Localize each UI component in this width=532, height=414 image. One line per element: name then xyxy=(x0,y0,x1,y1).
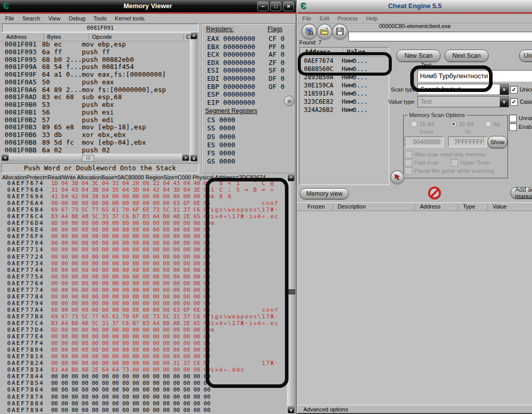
address-table-body[interactable] xyxy=(298,211,532,405)
hexview-dump[interactable]: 0AEF76741D 04 38 04 3C 04 31 04 20 00 22… xyxy=(0,180,286,413)
menu-item-debug[interactable]: Debug xyxy=(64,14,89,22)
scan-from-input[interactable] xyxy=(405,136,444,147)
disasm-address-bar[interactable]: 0081F091 xyxy=(2,24,198,32)
hex-row[interactable]: 0AEF781400 00 00 00 00 00 00 00 00 00 00… xyxy=(0,353,286,360)
maximize-icon[interactable]: □ xyxy=(270,2,281,11)
hex-row[interactable]: 0AEF77A400 00 00 00 00 00 00 00 00 00 00… xyxy=(0,307,286,313)
hex-row[interactable]: 0AEF776400 00 00 00 00 00 00 00 00 00 00… xyxy=(0,280,286,287)
hex-row[interactable]: 0AEF77D46D 00 00 00 00 00 00 00 00 00 00… xyxy=(0,327,286,333)
found-list-header[interactable]: Address Value xyxy=(300,48,389,57)
disasm-row[interactable]: 0081F0B389 65 e8mov [ebp-18],esp xyxy=(1,124,190,131)
menu-item-view[interactable]: View xyxy=(45,14,65,22)
address-table-header[interactable]: Frozen Description Address Type Value xyxy=(297,202,532,212)
hex-row[interactable]: 0AEF76741D 04 38 04 3C 04 31 04 20 00 22… xyxy=(0,180,286,187)
hex-row[interactable]: 0AEF77C4B3 A4 B8 AB 5C 31 37 C6 B7 B3 A4… xyxy=(0,320,286,327)
hex-row[interactable]: 0AEF784400 00 00 00 00 00 00 00 00 00 00… xyxy=(0,373,286,380)
hex-row[interactable]: 0AEF789400 00 00 00 00 00 00 00 00 00 00… xyxy=(0,407,286,413)
disasm-vertical-scrollbar[interactable]: ^ v xyxy=(190,32,198,162)
disasm-row[interactable]: 0081F0B889 5d fcmov [ebp-04],ebx xyxy=(1,139,190,147)
hex-row[interactable]: 0AEF774400 00 00 00 00 00 00 00 00 00 00… xyxy=(0,267,286,273)
hex-row[interactable]: 0AEF773400 00 00 00 00 00 00 00 00 00 00… xyxy=(0,260,286,267)
disasm-row[interactable]: 0081F0936a ffpush ff xyxy=(1,49,190,56)
menu-item-help[interactable]: Help xyxy=(362,14,382,22)
hex-row[interactable]: 0AEF775400 00 00 00 00 00 00 00 00 00 00… xyxy=(0,273,286,280)
unrandomizer-checkbox[interactable]: Unrandomizer xyxy=(509,114,532,122)
hex-row[interactable]: 0AEF777400 00 00 00 00 00 00 00 00 00 00… xyxy=(0,287,286,293)
hex-row[interactable]: 0AEF788400 00 00 00 00 00 00 00 00 00 00… xyxy=(0,400,286,407)
scan-value-input[interactable] xyxy=(417,70,532,82)
disasm-row[interactable]: 0081F0BB6a 02push 02 xyxy=(1,147,190,154)
disasm-row[interactable]: 0081F0B053push ebx xyxy=(1,101,190,109)
expand-registers-button[interactable]: > xyxy=(284,96,295,106)
disasm-horizontal-scrollbar[interactable]: < > xyxy=(1,154,190,162)
disasm-row[interactable]: 0081F09A68 54 f...push 0081f454 xyxy=(1,63,190,71)
disasm-row[interactable]: 0081F0AD83 ec 68sub esp,68 xyxy=(1,94,190,101)
menu-item-tools[interactable]: Tools xyxy=(90,14,111,22)
cheat-engine-titlebar[interactable]: Є Cheat Engine 5.5 xyxy=(297,0,532,12)
scroll-down-icon[interactable]: v xyxy=(287,406,295,413)
hex-row[interactable]: 0AEF76E400 00 00 00 00 00 00 00 00 00 00… xyxy=(0,226,286,233)
advanced-options-bar[interactable]: Advanced options xyxy=(297,405,532,414)
minimize-icon[interactable]: – xyxy=(257,2,269,11)
disasm-row[interactable]: 0081F0B633 dbxor ebx,ebx xyxy=(1,131,190,139)
menu-item-search[interactable]: Search xyxy=(18,14,45,22)
scan-type-dropdown[interactable]: Search for text v xyxy=(417,84,509,95)
scroll-right-icon[interactable]: > xyxy=(182,154,189,161)
found-row[interactable]: 324A26B2Нимб... xyxy=(300,106,389,114)
scrollbar-thumb[interactable] xyxy=(82,155,94,162)
menu-item-file[interactable]: File xyxy=(298,14,316,22)
hex-row[interactable]: 0AEF76D46D 00 00 00 00 00 00 00 00 00 00… xyxy=(0,220,286,226)
hex-row[interactable]: 0AEF772400 00 00 00 00 00 00 00 00 00 00… xyxy=(0,254,286,260)
memory-view-button[interactable]: Memory view xyxy=(300,188,349,199)
disasm-row[interactable]: 0081F0B257push edi xyxy=(1,117,190,124)
scroll-up-icon[interactable]: ^ xyxy=(287,174,295,181)
hex-row[interactable]: 0AEF782400 00 00 00 00 00 00 00 00 00 00… xyxy=(0,360,286,366)
found-row[interactable]: 318591FAНимб... xyxy=(300,89,389,98)
add-address-button[interactable]: Add address manually xyxy=(511,187,532,199)
enable-speedhack-checkbox[interactable]: Enable Speedhack xyxy=(509,123,532,131)
close-icon[interactable]: × xyxy=(283,2,294,11)
hex-row[interactable]: 0AEF76A400 00 00 00 00 00 00 00 00 00 00… xyxy=(0,200,286,206)
hex-row[interactable]: 0AEF77F400 00 00 00 00 00 00 00 00 00 00… xyxy=(0,340,286,347)
hex-row[interactable]: 0AEF77B469 67 73 5C 77 65 61 70 6F 6E 73… xyxy=(0,313,286,320)
undo-scan-button[interactable]: Undo scan xyxy=(519,50,532,62)
hex-row[interactable]: 0AEF76F400 00 00 00 00 00 00 00 00 00 00… xyxy=(0,233,286,240)
disasm-row[interactable]: 0081F0918b ecmov ebp,esp xyxy=(1,41,190,49)
menu-item-edit[interactable]: Edit xyxy=(316,14,334,22)
hex-row[interactable]: 0AEF787400 00 00 00 00 00 00 00 00 00 00… xyxy=(0,394,286,400)
disasm-row[interactable]: 0081F0A550push eax xyxy=(1,79,190,86)
scroll-left-icon[interactable]: < xyxy=(2,154,9,161)
hex-row[interactable]: 0AEF76B469 67 73 5C 77 65 61 70 6F 6E 73… xyxy=(0,206,286,213)
memory-viewer-titlebar[interactable]: Є Memory Viewer – □ × xyxy=(0,0,296,12)
hexview-vertical-scrollbar[interactable]: ^ v xyxy=(287,174,295,414)
menu-item-file[interactable]: File xyxy=(1,14,18,22)
hex-row[interactable]: 0AEF7834B3 A4 B8 AB 2E 64 64 73 00 00 00… xyxy=(0,366,286,373)
menu-item-kernel-tools[interactable]: Kernel tools xyxy=(110,14,148,22)
hex-row[interactable]: 0AEF778400 00 00 00 00 00 00 00 00 00 00… xyxy=(0,293,286,300)
hex-row[interactable]: 0AEF77E400 00 00 00 00 00 00 00 00 00 00… xyxy=(0,333,286,340)
disasm-row[interactable]: 0081F0A664 89 2...mov fs:[00000000],esp xyxy=(1,86,190,94)
hex-row[interactable]: 0AEF769441 04 42 04 38 04 00 00 00 00 00… xyxy=(0,193,286,200)
case-sensitive-checkbox[interactable]: ✓ Case sensitive xyxy=(510,98,532,106)
disasm-row[interactable]: 0081F09568 b0 2...push 00882eb0 xyxy=(1,56,190,64)
hex-row[interactable]: 0AEF785400 00 00 00 00 00 00 00 00 00 00… xyxy=(0,380,286,386)
next-scan-button[interactable]: Next Scan xyxy=(445,50,489,62)
scroll-up-icon[interactable]: ^ xyxy=(190,33,197,39)
hex-row[interactable]: 0AEF771400 00 00 00 00 00 00 00 00 00 00… xyxy=(0,246,286,253)
scan-to-input[interactable] xyxy=(448,136,487,147)
hex-row[interactable]: 0AEF780400 00 00 00 00 00 00 00 00 00 00… xyxy=(0,347,286,353)
new-scan-button[interactable]: New Scan xyxy=(396,50,440,62)
disasm-row[interactable]: 0081F09F64 a1 0...mov eax,fs:[00000000] xyxy=(1,71,190,79)
unicode-checkbox[interactable]: ✓ Unicode xyxy=(510,86,532,94)
menu-item-process[interactable]: Process xyxy=(334,14,362,22)
show-button[interactable]: Show xyxy=(487,136,507,148)
hex-row[interactable]: 0AEF786400 00 00 00 00 00 00 00 00 00 00… xyxy=(0,386,286,393)
chevron-down-icon[interactable]: v xyxy=(500,84,508,95)
hex-row[interactable]: 0AEF768431 04 43 04 3B 04 35 04 3D 04 42… xyxy=(0,187,286,193)
found-row[interactable]: 323C6E82Нимб... xyxy=(300,98,389,106)
pointer-scan-button[interactable] xyxy=(390,170,404,184)
hex-row[interactable]: 0AEF770400 00 00 00 00 00 00 00 00 00 00… xyxy=(0,240,286,246)
scrollbar-thumb[interactable] xyxy=(288,289,295,294)
disasm-row[interactable]: 0081F0B156push esi xyxy=(1,109,190,117)
found-address-list[interactable]: Address Value 0AEF7674Нимб...0B88560CНим… xyxy=(299,47,389,185)
